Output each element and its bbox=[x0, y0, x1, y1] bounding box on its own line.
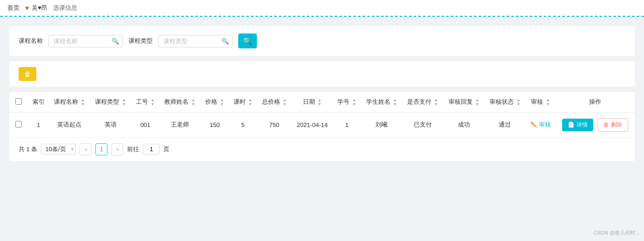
content-area: 课程名称 🔍 课程类型 🔍 🔍 🗑 索引 bbox=[0, 17, 644, 239]
col-audit: 审核 ▲▼ bbox=[526, 92, 556, 112]
cell-teacher-name: 王老师 bbox=[160, 112, 201, 137]
col-course-name: 课程名称 ▲▼ bbox=[49, 92, 90, 112]
search-button[interactable]: 🔍 bbox=[238, 33, 257, 48]
col-student-id: 学号 ▲▼ bbox=[333, 92, 361, 112]
cell-price: 150 bbox=[201, 112, 229, 137]
col-audit-reply: 审核回复 ▲▼ bbox=[443, 92, 484, 112]
action-bar: 🗑 bbox=[9, 61, 635, 87]
col-total-price: 总价格 ▲▼ bbox=[257, 92, 292, 112]
course-name-label: 课程名称 bbox=[19, 37, 43, 45]
goto-suffix: 页 bbox=[163, 145, 169, 154]
course-type-input-wrap: 🔍 bbox=[158, 35, 233, 47]
cell-course-name: 英语起点 bbox=[49, 112, 90, 137]
course-name-input-wrap: 🔍 bbox=[48, 35, 123, 47]
trash-icon: 🗑 bbox=[604, 121, 609, 128]
cell-audit[interactable]: ✏️ 审核 bbox=[526, 112, 556, 137]
sort-course-type[interactable]: ▲▼ bbox=[122, 98, 126, 107]
delete-row-button[interactable]: 🗑删除 bbox=[597, 118, 628, 132]
table-row: 1 英语起点 英语 001 王老师 150 5 750 2021-04-14 1… bbox=[9, 112, 635, 137]
sort-work-id[interactable]: ▲▼ bbox=[151, 98, 155, 107]
current-page-label: 选课信息 bbox=[53, 4, 77, 12]
cell-student-id: 1 bbox=[333, 112, 361, 137]
course-name-input[interactable] bbox=[48, 35, 123, 47]
select-all-checkbox[interactable] bbox=[15, 98, 22, 105]
col-actions: 操作 bbox=[556, 92, 635, 112]
table-wrap: 索引 课程名称 ▲▼ 课程类型 ▲▼ 工号 ▲▼ 教师姓 bbox=[9, 92, 635, 161]
sort-course-name[interactable]: ▲▼ bbox=[81, 98, 85, 107]
select-all-cell[interactable] bbox=[9, 92, 28, 112]
sort-price[interactable]: ▲▼ bbox=[220, 98, 224, 107]
next-page-button[interactable]: › bbox=[111, 143, 123, 155]
prev-page-button[interactable]: ‹ bbox=[80, 143, 92, 155]
col-price: 价格 ▲▼ bbox=[201, 92, 229, 112]
sort-student-id[interactable]: ▲▼ bbox=[352, 98, 356, 107]
sort-date[interactable]: ▲▼ bbox=[317, 98, 322, 107]
username-label: 吴♥昂 bbox=[32, 4, 47, 12]
row-checkbox-cell[interactable] bbox=[9, 112, 28, 137]
sort-hours[interactable]: ▲▼ bbox=[248, 98, 252, 107]
cell-hours: 5 bbox=[229, 112, 257, 137]
cell-actions: 📄详情 🗑删除 bbox=[556, 112, 635, 137]
edit-icon: ✏️ bbox=[530, 121, 537, 128]
top-bar: 首页 ♥ 吴♥昂 选课信息 bbox=[0, 0, 644, 17]
sort-is-paid[interactable]: ▲▼ bbox=[434, 98, 438, 107]
goto-page-input[interactable] bbox=[143, 144, 160, 154]
cell-student-name: 刘曦 bbox=[361, 112, 402, 137]
page-size-select[interactable]: 10条/页 20条/页 50条/页 bbox=[41, 144, 76, 154]
data-table: 索引 课程名称 ▲▼ 课程类型 ▲▼ 工号 ▲▼ 教师姓 bbox=[9, 92, 635, 138]
audit-link[interactable]: ✏️ 审核 bbox=[530, 120, 551, 129]
col-date: 日期 ▲▼ bbox=[292, 92, 333, 112]
course-type-input[interactable] bbox=[158, 35, 233, 47]
watermark: CSDN @曾几何时... bbox=[593, 229, 639, 236]
batch-delete-button[interactable]: 🗑 bbox=[19, 67, 36, 81]
cell-is-paid: 已支付 bbox=[402, 112, 443, 137]
goto-prefix: 前往 bbox=[127, 145, 139, 154]
col-student-name: 学生姓名 ▲▼ bbox=[361, 92, 402, 112]
row-checkbox[interactable] bbox=[15, 121, 22, 127]
cell-date: 2021-04-14 bbox=[292, 112, 333, 137]
page-size-wrap: 10条/页 20条/页 50条/页 bbox=[41, 144, 76, 154]
col-hours: 课时 ▲▼ bbox=[229, 92, 257, 112]
col-course-type: 课程类型 ▲▼ bbox=[90, 92, 131, 112]
total-count: 共 1 条 bbox=[19, 145, 37, 154]
sort-total-price[interactable]: ▲▼ bbox=[282, 98, 287, 107]
table-header-row: 索引 课程名称 ▲▼ 课程类型 ▲▼ 工号 ▲▼ 教师姓 bbox=[9, 92, 635, 112]
col-is-paid: 是否支付 ▲▼ bbox=[402, 92, 443, 112]
cell-audit-reply: 成功 bbox=[443, 112, 484, 137]
cell-index: 1 bbox=[28, 112, 49, 137]
home-link[interactable]: 首页 bbox=[7, 4, 20, 12]
cell-course-type: 英语 bbox=[90, 112, 131, 137]
current-page-number: 1 bbox=[95, 143, 107, 155]
user-heart-icon: ♥ bbox=[25, 4, 29, 12]
cell-work-id: 001 bbox=[131, 112, 160, 137]
sort-teacher-name[interactable]: ▲▼ bbox=[191, 98, 195, 107]
filter-bar: 课程名称 🔍 课程类型 🔍 🔍 bbox=[9, 26, 635, 56]
col-work-id: 工号 ▲▼ bbox=[131, 92, 160, 112]
detail-button[interactable]: 📄详情 bbox=[562, 119, 593, 131]
col-teacher-name: 教师姓名 ▲▼ bbox=[160, 92, 201, 112]
col-audit-status: 审核状态 ▲▼ bbox=[484, 92, 525, 112]
cell-audit-status: 通过 bbox=[484, 112, 525, 137]
sort-audit[interactable]: ▲▼ bbox=[546, 98, 550, 107]
cell-total-price: 750 bbox=[257, 112, 292, 137]
sort-student-name[interactable]: ▲▼ bbox=[393, 98, 397, 107]
sort-audit-reply[interactable]: ▲▼ bbox=[475, 98, 479, 107]
course-type-label: 课程类型 bbox=[128, 37, 153, 45]
detail-icon: 📄 bbox=[568, 121, 575, 128]
pagination-bar: 共 1 条 10条/页 20条/页 50条/页 ‹ 1 › 前往 页 bbox=[9, 138, 635, 155]
sort-audit-status[interactable]: ▲▼ bbox=[517, 98, 521, 107]
delete-icon: 🗑 bbox=[24, 70, 31, 78]
col-index: 索引 bbox=[28, 92, 49, 112]
